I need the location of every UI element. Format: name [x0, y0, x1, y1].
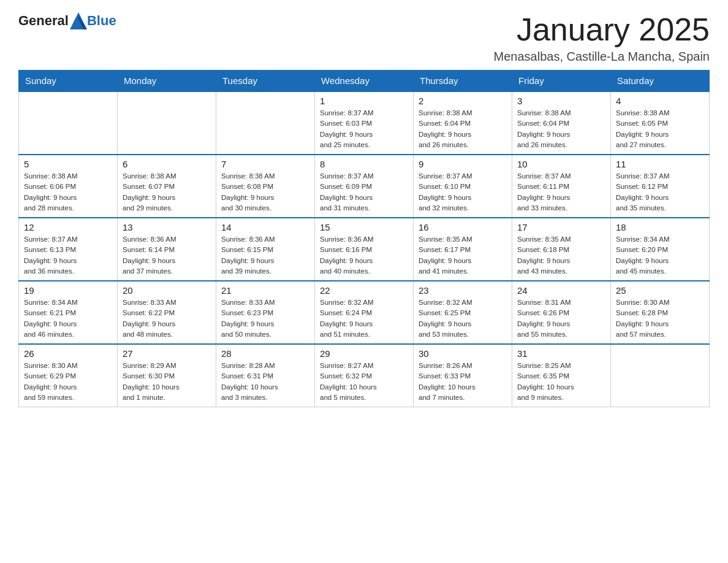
- day-info: Sunrise: 8:33 AM Sunset: 6:22 PM Dayligh…: [123, 297, 211, 340]
- calendar-table: SundayMondayTuesdayWednesdayThursdayFrid…: [18, 70, 710, 407]
- calendar-cell: 12Sunrise: 8:37 AM Sunset: 6:13 PM Dayli…: [19, 218, 118, 281]
- header-right: January 2025 Menasalbas, Castille-La Man…: [494, 12, 710, 64]
- calendar-cell: 5Sunrise: 8:38 AM Sunset: 6:06 PM Daylig…: [19, 155, 118, 218]
- day-info: Sunrise: 8:30 AM Sunset: 6:29 PM Dayligh…: [24, 361, 112, 403]
- calendar-cell: 14Sunrise: 8:36 AM Sunset: 6:15 PM Dayli…: [216, 218, 315, 281]
- day-number: 2: [419, 96, 507, 106]
- day-info: Sunrise: 8:30 AM Sunset: 6:28 PM Dayligh…: [616, 297, 704, 340]
- day-number: 31: [517, 348, 605, 359]
- calendar-week-row: 19Sunrise: 8:34 AM Sunset: 6:21 PM Dayli…: [19, 281, 710, 344]
- day-info: Sunrise: 8:38 AM Sunset: 6:06 PM Dayligh…: [24, 171, 112, 213]
- day-number: 8: [320, 159, 408, 169]
- day-info: Sunrise: 8:29 AM Sunset: 6:30 PM Dayligh…: [123, 361, 211, 403]
- calendar-week-row: 12Sunrise: 8:37 AM Sunset: 6:13 PM Dayli…: [19, 218, 710, 281]
- day-info: Sunrise: 8:37 AM Sunset: 6:09 PM Dayligh…: [320, 171, 408, 213]
- day-number: 24: [517, 285, 605, 296]
- day-number: 12: [24, 222, 112, 232]
- logo-icon: [70, 12, 87, 29]
- calendar-day-header: Sunday: [19, 71, 118, 92]
- calendar-cell: 31Sunrise: 8:25 AM Sunset: 6:35 PM Dayli…: [512, 344, 611, 407]
- calendar-cell: 1Sunrise: 8:37 AM Sunset: 6:03 PM Daylig…: [315, 91, 414, 155]
- calendar-week-row: 1Sunrise: 8:37 AM Sunset: 6:03 PM Daylig…: [19, 91, 710, 155]
- day-number: 23: [419, 285, 507, 296]
- calendar-cell: 26Sunrise: 8:30 AM Sunset: 6:29 PM Dayli…: [19, 344, 118, 407]
- day-info: Sunrise: 8:32 AM Sunset: 6:25 PM Dayligh…: [419, 297, 507, 340]
- calendar-cell: [118, 91, 216, 155]
- day-number: 22: [320, 285, 408, 296]
- calendar-cell: 15Sunrise: 8:36 AM Sunset: 6:16 PM Dayli…: [315, 218, 414, 281]
- calendar-day-header: Friday: [512, 71, 611, 92]
- day-info: Sunrise: 8:38 AM Sunset: 6:08 PM Dayligh…: [221, 171, 309, 213]
- calendar-cell: 13Sunrise: 8:36 AM Sunset: 6:14 PM Dayli…: [118, 218, 216, 281]
- calendar-cell: 24Sunrise: 8:31 AM Sunset: 6:26 PM Dayli…: [512, 281, 611, 344]
- calendar-cell: 19Sunrise: 8:34 AM Sunset: 6:21 PM Dayli…: [19, 281, 118, 344]
- calendar-cell: 8Sunrise: 8:37 AM Sunset: 6:09 PM Daylig…: [315, 155, 414, 218]
- day-number: 18: [616, 222, 704, 232]
- calendar-cell: 20Sunrise: 8:33 AM Sunset: 6:22 PM Dayli…: [118, 281, 216, 344]
- calendar-cell: 17Sunrise: 8:35 AM Sunset: 6:18 PM Dayli…: [512, 218, 611, 281]
- calendar-cell: 10Sunrise: 8:37 AM Sunset: 6:11 PM Dayli…: [512, 155, 611, 218]
- calendar-cell: 7Sunrise: 8:38 AM Sunset: 6:08 PM Daylig…: [216, 155, 315, 218]
- day-number: 10: [517, 159, 605, 169]
- day-number: 4: [616, 96, 704, 106]
- calendar-cell: 29Sunrise: 8:27 AM Sunset: 6:32 PM Dayli…: [315, 344, 414, 407]
- day-number: 13: [123, 222, 211, 232]
- day-number: 26: [24, 348, 112, 359]
- day-info: Sunrise: 8:27 AM Sunset: 6:32 PM Dayligh…: [320, 361, 408, 403]
- day-number: 27: [123, 348, 211, 359]
- day-number: 29: [320, 348, 408, 359]
- day-info: Sunrise: 8:34 AM Sunset: 6:20 PM Dayligh…: [616, 234, 704, 277]
- calendar-cell: 25Sunrise: 8:30 AM Sunset: 6:28 PM Dayli…: [611, 281, 710, 344]
- day-info: Sunrise: 8:38 AM Sunset: 6:07 PM Dayligh…: [123, 171, 211, 213]
- calendar-day-header: Wednesday: [315, 71, 414, 92]
- day-info: Sunrise: 8:33 AM Sunset: 6:23 PM Dayligh…: [221, 297, 309, 340]
- calendar-cell: [216, 91, 315, 155]
- day-info: Sunrise: 8:35 AM Sunset: 6:17 PM Dayligh…: [419, 234, 507, 277]
- calendar-cell: 4Sunrise: 8:38 AM Sunset: 6:05 PM Daylig…: [611, 91, 710, 155]
- calendar-cell: 21Sunrise: 8:33 AM Sunset: 6:23 PM Dayli…: [216, 281, 315, 344]
- day-number: 21: [221, 285, 309, 296]
- calendar-day-header: Thursday: [414, 71, 512, 92]
- calendar-cell: [19, 91, 118, 155]
- day-info: Sunrise: 8:26 AM Sunset: 6:33 PM Dayligh…: [419, 361, 507, 403]
- day-number: 9: [419, 159, 507, 169]
- day-info: Sunrise: 8:32 AM Sunset: 6:24 PM Dayligh…: [320, 297, 408, 340]
- day-info: Sunrise: 8:31 AM Sunset: 6:26 PM Dayligh…: [517, 297, 605, 340]
- day-number: 19: [24, 285, 112, 296]
- calendar-cell: 28Sunrise: 8:28 AM Sunset: 6:31 PM Dayli…: [216, 344, 315, 407]
- calendar-day-header: Saturday: [611, 71, 710, 92]
- day-info: Sunrise: 8:36 AM Sunset: 6:15 PM Dayligh…: [221, 234, 309, 277]
- day-number: 15: [320, 222, 408, 232]
- day-number: 3: [517, 96, 605, 106]
- logo-general-text: General: [18, 13, 69, 29]
- day-number: 17: [517, 222, 605, 232]
- day-number: 14: [221, 222, 309, 232]
- day-number: 7: [221, 159, 309, 169]
- month-title: January 2025: [494, 12, 710, 47]
- day-number: 5: [24, 159, 112, 169]
- day-info: Sunrise: 8:36 AM Sunset: 6:14 PM Dayligh…: [123, 234, 211, 277]
- day-info: Sunrise: 8:37 AM Sunset: 6:12 PM Dayligh…: [616, 171, 704, 213]
- day-info: Sunrise: 8:28 AM Sunset: 6:31 PM Dayligh…: [221, 361, 309, 403]
- day-info: Sunrise: 8:25 AM Sunset: 6:35 PM Dayligh…: [517, 361, 605, 403]
- day-number: 30: [419, 348, 507, 359]
- day-info: Sunrise: 8:38 AM Sunset: 6:04 PM Dayligh…: [419, 108, 507, 150]
- calendar-cell: 3Sunrise: 8:38 AM Sunset: 6:04 PM Daylig…: [512, 91, 611, 155]
- calendar-cell: 16Sunrise: 8:35 AM Sunset: 6:17 PM Dayli…: [414, 218, 512, 281]
- calendar-cell: 22Sunrise: 8:32 AM Sunset: 6:24 PM Dayli…: [315, 281, 414, 344]
- logo: General Blue: [18, 12, 116, 29]
- day-info: Sunrise: 8:38 AM Sunset: 6:04 PM Dayligh…: [517, 108, 605, 150]
- calendar-day-header: Monday: [118, 71, 216, 92]
- calendar-cell: 2Sunrise: 8:38 AM Sunset: 6:04 PM Daylig…: [414, 91, 512, 155]
- day-number: 1: [320, 96, 408, 106]
- day-number: 25: [616, 285, 704, 296]
- day-info: Sunrise: 8:36 AM Sunset: 6:16 PM Dayligh…: [320, 234, 408, 277]
- location: Menasalbas, Castille-La Mancha, Spain: [494, 50, 710, 64]
- day-info: Sunrise: 8:37 AM Sunset: 6:13 PM Dayligh…: [24, 234, 112, 277]
- day-number: 20: [123, 285, 211, 296]
- calendar-cell: 9Sunrise: 8:37 AM Sunset: 6:10 PM Daylig…: [414, 155, 512, 218]
- day-number: 16: [419, 222, 507, 232]
- day-number: 28: [221, 348, 309, 359]
- calendar-cell: 18Sunrise: 8:34 AM Sunset: 6:20 PM Dayli…: [611, 218, 710, 281]
- day-info: Sunrise: 8:37 AM Sunset: 6:10 PM Dayligh…: [419, 171, 507, 213]
